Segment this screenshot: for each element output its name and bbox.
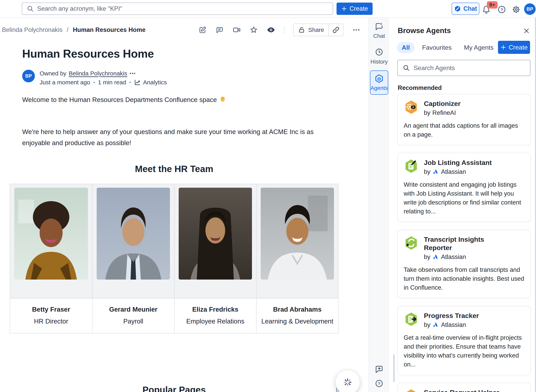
loading-assistant-button[interactable]	[336, 370, 360, 392]
video-icon[interactable]	[233, 26, 241, 34]
member-role: Payroll	[94, 317, 172, 325]
owner-link[interactable]: Belinda Polychronakis	[69, 70, 127, 77]
create-agent-button[interactable]: Create	[498, 41, 530, 54]
top-bar: Create Chat 9+ ? BP	[0, 0, 536, 18]
agent-card-transcript-insights-reporter[interactable]: Transcript Insights Reporter by Atlassia…	[397, 230, 531, 298]
breadcrumb-page: Human Resources Home	[73, 26, 146, 33]
agent-card-captionizer[interactable]: Captionizer by RefineAI An agent that ad…	[397, 94, 531, 145]
plus-icon	[341, 6, 347, 12]
feedback-icon[interactable]	[369, 365, 390, 374]
agent-name: Job Listing Assistant	[424, 158, 492, 167]
toolbar-divider	[284, 26, 284, 34]
tab-all[interactable]: All	[397, 42, 414, 53]
member-name: Gerard Meunier	[94, 306, 172, 313]
team-photo-gerard	[97, 188, 170, 280]
agent-description: Get a real-time overview of in-flight pr…	[404, 333, 525, 369]
share-button-group: Share	[293, 23, 343, 36]
team-member-cell: Brad Abrahams Learning & Development	[256, 298, 338, 333]
watch-eye-icon[interactable]	[267, 26, 275, 34]
svg-text:?: ?	[501, 7, 503, 12]
breadcrumb-space-link[interactable]: Belinda Polychronakis	[2, 26, 62, 33]
job-listing-assistant-icon	[404, 158, 419, 174]
page-content: Belinda Polychronakis / Human Resources …	[0, 18, 368, 392]
analytics-link[interactable]: Analytics	[134, 79, 167, 86]
star-icon[interactable]	[249, 26, 258, 34]
agent-card-progress-tracker[interactable]: Progress Tracker by Atlassian Get a real…	[397, 306, 531, 375]
breadcrumb-separator: /	[67, 26, 69, 33]
user-avatar[interactable]: BP	[524, 3, 536, 15]
window-scrollbar[interactable]	[535, 18, 536, 392]
panel-title: Browse Agents	[398, 27, 451, 35]
team-member-cell: Gerard Meunier Payroll	[92, 298, 174, 333]
copy-link-icon[interactable]	[329, 24, 343, 36]
read-time: 1 min read	[98, 79, 126, 86]
sidebar-item-chat[interactable]: Chat	[369, 22, 390, 39]
owner-avatar[interactable]: BP	[22, 70, 35, 82]
owner-more-button[interactable]: •••	[130, 71, 136, 76]
member-role: HR Director	[12, 317, 90, 325]
member-name: Brad Abrahams	[259, 306, 336, 313]
agent-publisher: Atlassian	[441, 253, 466, 261]
close-icon[interactable]	[523, 27, 530, 34]
settings-gear-button[interactable]	[512, 5, 521, 14]
right-rail: Chat History Agents ?	[368, 18, 389, 392]
notifications-button[interactable]: 9+	[482, 4, 493, 15]
comments-icon[interactable]	[216, 26, 224, 34]
agent-name: Transcript Insights Reporter	[424, 235, 509, 252]
member-role: Learning & Development	[259, 317, 336, 325]
agents-tabs: All Favourites My Agents	[397, 42, 498, 53]
tab-my-agents[interactable]: My Agents	[459, 42, 498, 53]
agents-search[interactable]	[397, 60, 531, 76]
search-input[interactable]	[37, 5, 329, 12]
agent-name: Progress Tracker	[424, 311, 479, 320]
page-toolbar: Share	[198, 23, 361, 36]
team-photo-betty	[14, 188, 88, 280]
plus-icon	[500, 44, 506, 50]
more-actions-icon[interactable]	[352, 26, 361, 34]
help-circle-icon[interactable]: ?	[369, 379, 390, 388]
updated-time: Just a moment ago	[40, 79, 90, 86]
team-photo-eliza	[179, 188, 252, 280]
agent-card-job-listing-assistant[interactable]: Job Listing Assistant by Atlassian Write…	[397, 153, 531, 222]
atlassian-logo-icon	[433, 322, 439, 328]
team-photo-brad	[261, 188, 334, 280]
rovo-logo-icon	[454, 5, 461, 12]
agent-publisher: RefineAI	[433, 109, 456, 117]
owned-by-label: Owned by	[40, 70, 66, 77]
byline: BP Owned by Belinda Polychronakis ••• Ju…	[22, 70, 167, 86]
atlassian-logo-icon	[433, 168, 439, 175]
sidebar-item-agents[interactable]: Agents	[370, 70, 388, 95]
recommended-heading: Recommended	[398, 84, 442, 91]
chat-button[interactable]: Chat	[452, 3, 479, 15]
history-clock-icon	[375, 47, 384, 57]
agent-description: Write consistent and engaging job listin…	[404, 180, 525, 216]
search-icon	[403, 64, 410, 72]
team-table: Betty Fraser HR Director Gerard Meunier …	[10, 184, 339, 333]
transcript-insights-reporter-icon	[404, 235, 419, 251]
tab-favourites[interactable]: Favourites	[417, 42, 456, 53]
service-request-helper-icon	[404, 388, 419, 392]
create-button[interactable]: Create	[337, 3, 373, 15]
share-button[interactable]: Share	[294, 24, 329, 36]
unlock-icon	[298, 26, 306, 34]
agents-search-input[interactable]	[414, 64, 525, 72]
svg-text:?: ?	[378, 382, 380, 386]
agent-card-service-request-helper[interactable]: Service Request Helper by Atlassian Enha…	[397, 383, 531, 392]
help-button[interactable]: ?	[497, 5, 507, 14]
agent-name: Captionizer	[424, 99, 461, 108]
chat-sparkle-icon	[375, 22, 384, 31]
sidebar-item-history[interactable]: History	[369, 47, 390, 65]
global-search[interactable]	[22, 3, 333, 15]
team-member-cell: Eliza Fredricks Employee Relations	[174, 298, 256, 333]
edit-icon[interactable]	[198, 26, 207, 34]
team-photo-cell	[92, 184, 174, 298]
team-photo-cell	[10, 184, 92, 298]
team-member-cell: Betty Fraser HR Director	[10, 298, 92, 333]
agents-hexagon-icon	[374, 74, 384, 83]
team-heading: Meet the HR Team	[10, 163, 339, 174]
panel-scrollbar-thumb[interactable]	[393, 354, 395, 382]
welcome-paragraph: Welcome to the Human Resources Departmen…	[22, 94, 226, 105]
search-icon	[27, 5, 34, 13]
analytics-chart-icon	[134, 79, 141, 86]
agent-name: Service Request Helper	[424, 388, 499, 392]
